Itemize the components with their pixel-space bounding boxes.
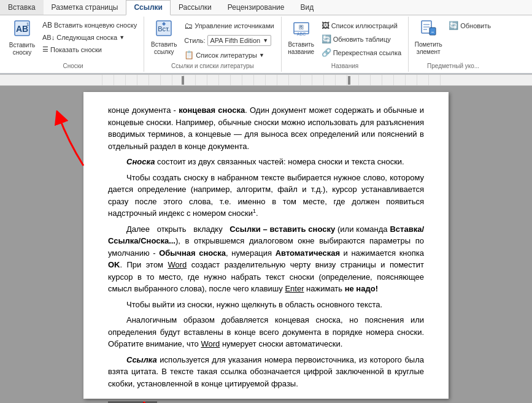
manage-sources-button[interactable]: 🗂 Управление источниками xyxy=(181,19,277,33)
citations-label: Ссылки и списки литературы xyxy=(171,61,254,69)
tab-review[interactable]: Рецензирование xyxy=(220,0,293,15)
mark-item-label: Пометитьэлемент xyxy=(415,41,442,56)
footnote-small-buttons: AB Вставить концевую сноску AB↓ Следующа… xyxy=(39,19,140,55)
ribbon-tabs: Вставка Разметка страницы Ссылки Рассылк… xyxy=(0,0,532,15)
insert-footnote-button[interactable]: AB 1 Вставитьсноску xyxy=(6,19,38,56)
insert-caption-button[interactable]: 图 ABC Вставитьназвание xyxy=(285,19,317,56)
para-3: Чтобы создать сноску в набранном тексте … xyxy=(108,172,424,220)
insert-citation-label: Вставитьссылку xyxy=(151,41,177,56)
mark-item-button[interactable]: – Пометитьэлемент xyxy=(412,19,444,56)
bib-dropdown-arrow: ▼ xyxy=(259,52,264,58)
document-page[interactable]: конце документа - концевая сноска. Один … xyxy=(83,92,449,399)
insert-citation-button[interactable]: Вст. ◆ Вставитьссылку xyxy=(148,19,180,56)
tab-layout[interactable]: Разметка страницы xyxy=(44,0,126,15)
next-footnote-button[interactable]: AB↓ Следующая сноска ▼ xyxy=(39,32,140,43)
manage-sources-label: Управление источниками xyxy=(195,22,274,29)
citations-items: Вст. ◆ Вставитьссылку 🗂 Управление источ… xyxy=(148,19,277,61)
cross-reference-button[interactable]: 🔗 Перекрестная ссылка xyxy=(318,46,405,59)
arrow-annotation-up xyxy=(50,110,93,175)
footnotes-label: Сноски xyxy=(63,61,83,69)
style-selector[interactable]: Стиль: APA Fifth Edition ▼ xyxy=(181,33,277,48)
cross-icon: 🔗 xyxy=(322,48,331,57)
show-footnotes-button[interactable]: ☰ Показать сноски xyxy=(39,44,140,55)
para-5: Чтобы выйти из сноски, нужно щелкнуть в … xyxy=(108,299,424,311)
insert-footnote-label: Вставитьсноску xyxy=(9,42,35,56)
para-1: конце документа - концевая сноска. Один … xyxy=(108,104,424,152)
update-table-label: Обновить таблицу xyxy=(333,36,391,43)
citation-icon: Вст. ◆ xyxy=(155,19,173,40)
tab-view[interactable]: Вид xyxy=(292,0,322,15)
figure-list-label: Список иллюстраций xyxy=(331,22,398,29)
dropdown-arrow: ▼ xyxy=(119,34,125,40)
svg-text:ABC: ABC xyxy=(296,32,305,36)
update-index-label: Обновить xyxy=(460,22,491,29)
index-label: Предметный уко... xyxy=(427,61,479,69)
captions-small: 🖼 Список иллюстраций 🔄 Обновить таблицу … xyxy=(318,19,405,59)
group-index: – Пометитьэлемент 🔄 Обновить Предметный … xyxy=(409,17,498,72)
cross-reference-label: Перекрестная ссылка xyxy=(333,49,402,56)
para-4: Далее открыть вкладку Ссылки – вставить … xyxy=(108,223,424,295)
ribbon: Вставка Разметка страницы Ссылки Рассылк… xyxy=(0,0,532,75)
update-index-icon: 🔄 xyxy=(449,21,458,30)
style-dropdown-arrow: ▼ xyxy=(263,37,268,44)
captions-items: 图 ABC Вставитьназвание 🖼 Список иллюстра… xyxy=(285,19,405,61)
bibliography-button[interactable]: 📋 Список литературы ▼ xyxy=(181,48,277,61)
bibliography-label: Список литературы xyxy=(196,52,257,59)
figure-icon: 🖼 xyxy=(322,21,330,30)
citation-small: 🗂 Управление источниками Стиль: APA Fift… xyxy=(181,19,277,61)
arrow-annotation-down xyxy=(120,399,157,403)
bib-icon: 📋 xyxy=(184,50,194,59)
group-captions: 图 ABC Вставитьназвание 🖼 Список иллюстра… xyxy=(282,17,409,72)
style-dropdown[interactable]: APA Fifth Edition ▼ xyxy=(207,35,272,46)
figure-list-button[interactable]: 🖼 Список иллюстраций xyxy=(318,19,405,32)
tab-mailings[interactable]: Рассылки xyxy=(171,0,220,15)
svg-text:◆: ◆ xyxy=(162,21,166,26)
mark-icon: – xyxy=(419,19,438,40)
style-value: APA Fifth Edition xyxy=(210,37,261,44)
para-2: Сноска состоит из двух связанных частей:… xyxy=(108,156,424,168)
update-table-button[interactable]: 🔄 Обновить таблицу xyxy=(318,33,405,45)
next-footnote-label: Следующая сноска xyxy=(56,34,117,41)
caption-icon: 图 ABC xyxy=(292,19,310,40)
ruler xyxy=(0,75,532,86)
index-small: 🔄 Обновить xyxy=(445,19,494,32)
document-area: конце документа - концевая сноска. Один … xyxy=(0,86,532,403)
update-icon: 🔄 xyxy=(322,34,331,44)
footnotes-items: AB 1 Вставитьсноску AB Вставить концевую… xyxy=(6,19,140,61)
style-label: Стиль: xyxy=(184,37,205,44)
tab-references[interactable]: Ссылки xyxy=(126,0,170,15)
endnote-icon: AB xyxy=(42,21,52,29)
para-7: Ссылка используется для указания номера … xyxy=(108,354,424,390)
index-items: – Пометитьэлемент 🔄 Обновить xyxy=(412,19,494,61)
show-footnotes-label: Показать сноски xyxy=(50,46,102,53)
show-icon: ☰ xyxy=(42,45,48,53)
update-index-button[interactable]: 🔄 Обновить xyxy=(445,19,494,32)
svg-text:–: – xyxy=(431,29,434,34)
captions-label: Названия xyxy=(331,61,359,69)
footnote-icon: AB 1 xyxy=(12,18,32,40)
ribbon-content: AB 1 Вставитьсноску AB Вставить концевую… xyxy=(0,15,532,74)
insert-endnote-button[interactable]: AB Вставить концевую сноску xyxy=(39,19,140,31)
next-icon: AB↓ xyxy=(42,34,55,41)
tab-insert[interactable]: Вставка xyxy=(0,0,44,15)
insert-caption-label: Вставитьназвание xyxy=(288,41,314,56)
group-citations: Вст. ◆ Вставитьссылку 🗂 Управление источ… xyxy=(144,17,281,72)
group-footnotes: AB 1 Вставитьсноску AB Вставить концевую… xyxy=(2,17,144,72)
manage-icon: 🗂 xyxy=(184,21,193,31)
svg-text:图: 图 xyxy=(299,25,304,30)
para-6: Аналогичным образом добавляется концевая… xyxy=(108,314,424,350)
insert-endnote-label: Вставить концевую сноску xyxy=(54,21,137,29)
svg-text:1: 1 xyxy=(26,21,29,27)
